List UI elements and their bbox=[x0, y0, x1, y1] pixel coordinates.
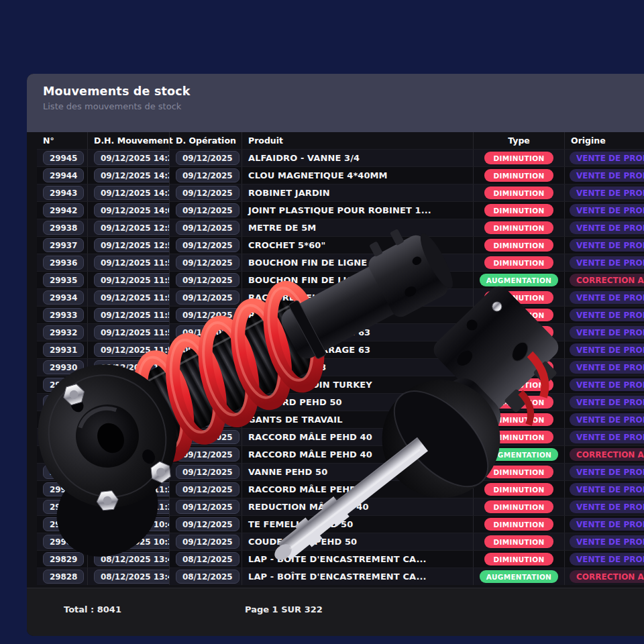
movement-number-pill: 29909 bbox=[43, 500, 84, 514]
operation-date-pill: 08/12/2025 bbox=[176, 552, 239, 566]
operation-date-pill: 09/12/2025 bbox=[176, 378, 239, 392]
type-badge: DIMINUTION bbox=[484, 169, 553, 182]
origin-badge: VENTE DE PRODUITS bbox=[570, 518, 644, 531]
operation-date-pill: 08/12/2025 bbox=[176, 570, 239, 584]
movement-number-pill: 29943 bbox=[43, 186, 84, 200]
table-row[interactable]: 29943 09/12/2025 14:28 09/12/2025 ROBINE… bbox=[37, 184, 644, 201]
type-badge: DIMINUTION bbox=[484, 553, 553, 566]
movement-datetime-pill: 09/12/2025 11:37 bbox=[94, 465, 169, 479]
movement-number-pill: 29931 bbox=[43, 343, 84, 357]
movement-datetime-pill: 09/12/2025 11:30 bbox=[94, 500, 169, 514]
table-row[interactable]: 29909 09/12/2025 11:30 09/12/2025 REDUCT… bbox=[37, 498, 644, 515]
product-name: RACCORD PEHD 50 bbox=[248, 292, 342, 303]
origin-badge: VENTE DE PRODUITS bbox=[570, 204, 644, 217]
table-row[interactable]: 29933 09/12/2025 11:53 09/12/2025 RACCOR… bbox=[37, 306, 644, 323]
movement-datetime-pill: 09/12/2025 14:07 bbox=[94, 203, 169, 217]
movement-datetime-pill: 09/12/2025 11:49 bbox=[94, 378, 169, 392]
table-row[interactable]: 29907 09/12/2025 10:38 09/12/2025 COUDE … bbox=[37, 533, 644, 550]
column-header-product: Produit bbox=[241, 132, 473, 149]
origin-badge: CORRECTION AUTOMATIQUE bbox=[570, 448, 644, 461]
movement-number-pill: 29937 bbox=[43, 238, 84, 252]
operation-date-pill: 09/12/2025 bbox=[176, 517, 239, 531]
type-badge: DIMINUTION bbox=[484, 413, 553, 426]
origin-badge: VENTE DE PRODUITS bbox=[570, 221, 644, 234]
product-name: JOINT PLASTIQUE POUR ROBINET 1... bbox=[248, 205, 431, 215]
table-row[interactable]: 29912 09/12/2025 11:39 09/12/2025 RACCOR… bbox=[37, 445, 644, 463]
movement-number-pill: 29934 bbox=[43, 290, 84, 305]
table-row[interactable]: 29908 09/12/2025 10:45 09/12/2025 TE FEM… bbox=[37, 515, 644, 533]
column-header-num: N° bbox=[37, 132, 87, 149]
table-row[interactable]: 29910 09/12/2025 11:35 09/12/2025 RACCOR… bbox=[37, 480, 644, 498]
movement-number-pill: 29828 bbox=[43, 570, 84, 584]
operation-date-pill: 09/12/2025 bbox=[176, 325, 239, 339]
table-row[interactable]: 29829 08/12/2025 13:47 08/12/2025 LAP - … bbox=[37, 550, 644, 568]
table-row[interactable]: 29921 09/12/2025 11:47 09/12/2025 RACCOR… bbox=[37, 393, 644, 411]
movement-number-pill: 29933 bbox=[43, 308, 84, 322]
type-badge: DIMINUTION bbox=[484, 291, 553, 304]
type-badge: AUGMENTATION bbox=[480, 448, 558, 461]
product-name: REDUCTION MÂLE 50*40 bbox=[248, 502, 369, 512]
operation-date-pill: 09/12/2025 bbox=[176, 447, 239, 462]
table-row[interactable]: 29942 09/12/2025 14:07 09/12/2025 JOINT … bbox=[37, 201, 644, 219]
movement-number-pill: 29932 bbox=[43, 325, 84, 339]
table-row[interactable]: 29930 09/12/2025 11:50 09/12/2025 TUYAU … bbox=[37, 358, 644, 376]
table-row[interactable]: 29931 09/12/2025 11:52 09/12/2025 COLLIE… bbox=[37, 341, 644, 358]
table-row[interactable]: 29913 09/12/2025 11:40 09/12/2025 RACCOR… bbox=[37, 428, 644, 445]
table-row[interactable]: 29828 08/12/2025 13:47 08/12/2025 LAP - … bbox=[37, 568, 644, 585]
product-name: CROCHET 5*60" bbox=[248, 240, 325, 250]
table-row[interactable]: 29936 09/12/2025 11:53 09/12/2025 BOUCHO… bbox=[37, 254, 644, 271]
movement-number-pill: 29929 bbox=[43, 378, 84, 392]
product-name: BOUCHON FIN DE LIGNE PEHD 50 bbox=[248, 258, 413, 268]
column-header-operation-date: D. Opération bbox=[169, 132, 241, 149]
movement-number-pill: 29829 bbox=[43, 552, 84, 566]
origin-badge: VENTE DE PRODUITS bbox=[570, 152, 644, 164]
type-badge: DIMINUTION bbox=[484, 378, 553, 391]
table-row[interactable]: 29938 09/12/2025 12:55 09/12/2025 METRE … bbox=[37, 219, 644, 236]
product-name: RACCORD MÂLE PEHD 50 bbox=[248, 484, 372, 494]
movement-datetime-pill: 09/12/2025 14:29 bbox=[94, 168, 169, 182]
origin-badge: VENTE DE PRODUITS bbox=[570, 239, 644, 252]
table-row[interactable]: 29932 09/12/2025 11:52 09/12/2025 COLLIE… bbox=[37, 323, 644, 341]
movement-number-pill: 29921 bbox=[43, 395, 84, 409]
operation-date-pill: 09/12/2025 bbox=[176, 203, 239, 217]
type-badge: DIMINUTION bbox=[484, 361, 553, 374]
movement-datetime-pill: 09/12/2025 14:28 bbox=[94, 186, 169, 200]
table-header-row: N° D.H. Mouvement D. Opération Produit T… bbox=[37, 132, 644, 149]
column-header-datetime: D.H. Mouvement bbox=[87, 132, 169, 149]
stock-movements-panel: Mouvements de stock Liste des mouvements… bbox=[27, 74, 644, 636]
product-name: TUYAU PEHD 63 bbox=[248, 362, 326, 372]
table-row[interactable]: 29929 09/12/2025 11:49 09/12/2025 ROBINE… bbox=[37, 376, 644, 393]
product-name: GANTS DE TRAVAIL bbox=[248, 415, 343, 425]
table-row[interactable]: 29920 09/12/2025 11:45 09/12/2025 GANTS … bbox=[37, 411, 644, 428]
origin-badge: VENTE DE PRODUITS bbox=[570, 483, 644, 496]
operation-date-pill: 09/12/2025 bbox=[176, 360, 239, 374]
origin-badge: VENTE DE PRODUITS bbox=[570, 431, 644, 443]
page-subtitle: Liste des mouvements de stock bbox=[43, 101, 644, 111]
type-badge: DIMINUTION bbox=[484, 535, 553, 548]
movement-number-pill: 29907 bbox=[43, 535, 84, 549]
operation-date-pill: 09/12/2025 bbox=[176, 535, 239, 549]
movement-number-pill: 29911 bbox=[43, 465, 84, 479]
operation-date-pill: 09/12/2025 bbox=[176, 465, 239, 479]
table-row[interactable]: 29944 09/12/2025 14:29 09/12/2025 CLOU M… bbox=[37, 166, 644, 184]
type-badge: DIMINUTION bbox=[484, 483, 553, 496]
type-badge: DIMINUTION bbox=[484, 396, 553, 409]
table-row[interactable]: 29945 09/12/2025 14:29 09/12/2025 ALFAID… bbox=[37, 149, 644, 166]
table-row[interactable]: 29935 09/12/2025 11:53 09/12/2025 BOUCHO… bbox=[37, 271, 644, 288]
table-row[interactable]: 29911 09/12/2025 11:37 09/12/2025 VANNE … bbox=[37, 463, 644, 480]
movement-number-pill: 29935 bbox=[43, 273, 84, 287]
origin-badge: VENTE DE PRODUITS bbox=[570, 466, 644, 478]
type-badge: DIMINUTION bbox=[484, 309, 553, 321]
total-count: Total : 8041 bbox=[64, 604, 121, 614]
panel-header: Mouvements de stock Liste des mouvements… bbox=[27, 74, 644, 132]
type-badge: DIMINUTION bbox=[484, 500, 553, 513]
product-name: CLOU MAGNETIQUE 4*40MM bbox=[248, 170, 388, 180]
type-badge: AUGMENTATION bbox=[480, 274, 558, 286]
table-row[interactable]: 29937 09/12/2025 12:54 09/12/2025 CROCHE… bbox=[37, 236, 644, 254]
movement-datetime-pill: 09/12/2025 10:45 bbox=[94, 517, 169, 531]
table-row[interactable]: 29934 09/12/2025 11:53 09/12/2025 RACCOR… bbox=[37, 288, 644, 306]
product-name: BOUCHON FIN DE LIGNE PEHD 50 bbox=[248, 275, 413, 285]
movement-datetime-pill: 09/12/2025 11:52 bbox=[94, 343, 169, 357]
origin-badge: VENTE DE PRODUITS bbox=[570, 500, 644, 513]
type-badge: DIMINUTION bbox=[484, 466, 553, 478]
